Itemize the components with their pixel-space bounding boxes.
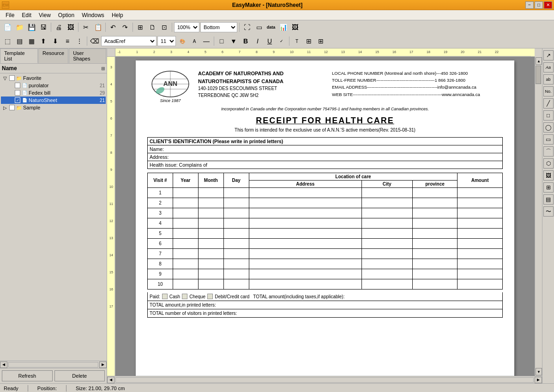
- rt-table-btn[interactable]: ▤: [543, 194, 554, 205]
- v-scrollbar[interactable]: ▲ ▼: [535, 57, 542, 376]
- receipt-table: Visit # Year Month Day Location of care …: [147, 173, 503, 289]
- cash-checkbox[interactable]: [162, 294, 168, 299]
- rt-no-btn[interactable]: No.: [543, 86, 554, 96]
- menu-file[interactable]: File: [2, 11, 18, 19]
- scroll-down-btn[interactable]: ▼: [536, 368, 542, 375]
- print-preview-button[interactable]: 🖼: [65, 22, 76, 33]
- tab-template-list[interactable]: Template List: [0, 48, 38, 63]
- save-button[interactable]: 💾: [26, 22, 37, 33]
- rt-ab-btn[interactable]: ab: [543, 74, 554, 84]
- underline-btn[interactable]: U: [264, 36, 275, 47]
- rt-image-btn[interactable]: 🖼: [543, 170, 554, 181]
- rt-line-btn[interactable]: ╱: [543, 98, 554, 109]
- rt-round-btn[interactable]: ◯: [543, 122, 554, 133]
- rt-arc-btn[interactable]: ⌒: [543, 146, 554, 157]
- position-select[interactable]: BottomTopLeftRight: [200, 22, 237, 32]
- refresh-button[interactable]: Refresh: [2, 370, 53, 381]
- data-button[interactable]: data: [265, 22, 277, 33]
- cheque-checkbox[interactable]: [182, 294, 187, 299]
- rt-rect-btn[interactable]: □: [543, 110, 554, 121]
- menu-view[interactable]: View: [35, 11, 54, 19]
- copy-button[interactable]: 📋: [92, 22, 103, 33]
- scroll-left-btn[interactable]: ◀: [0, 362, 7, 368]
- rt-arrow-btn[interactable]: ↗: [543, 50, 554, 60]
- special-btn[interactable]: ✓: [276, 36, 287, 47]
- template-button[interactable]: 🗋: [147, 22, 158, 33]
- toolbar-row-2: ⬚ ▤ ▦ ⬆ ⬇ ≡ ⋮ ⌫ AcadErefArialTimes New R…: [0, 34, 554, 48]
- checkbox-naturo[interactable]: ✓: [15, 97, 20, 103]
- bullet-btn[interactable]: ≡: [62, 36, 73, 47]
- snap-btn[interactable]: ⊞: [303, 36, 314, 47]
- border-btn[interactable]: □: [216, 36, 227, 47]
- menu-help[interactable]: Help: [108, 11, 127, 19]
- chart-button[interactable]: 📊: [277, 22, 289, 33]
- zoom-select[interactable]: 100%75%50%150%: [174, 22, 199, 32]
- cut-button[interactable]: ✂: [80, 22, 91, 33]
- rt-grid-btn[interactable]: ⊞: [543, 182, 554, 193]
- save-as-button[interactable]: 🖫: [38, 22, 49, 33]
- delete-button[interactable]: Delete: [54, 370, 105, 381]
- sep2: [78, 23, 78, 32]
- col-day: Day: [223, 173, 249, 188]
- minimize-button[interactable]: −: [525, 1, 534, 9]
- outdent-btn[interactable]: ⬇: [50, 36, 61, 47]
- new-button[interactable]: 📄: [2, 22, 13, 33]
- field-button[interactable]: ⊡: [159, 22, 170, 33]
- close-button[interactable]: ✕: [544, 1, 552, 9]
- fit-button[interactable]: ⛶: [241, 22, 253, 33]
- undo-button[interactable]: ↶: [108, 22, 119, 33]
- size-select[interactable]: 118101214: [157, 36, 176, 46]
- checkbox-purolator[interactable]: [15, 83, 20, 88]
- svg-text:12: 12: [109, 219, 113, 223]
- scroll-left-btn-bottom[interactable]: ◀: [107, 377, 114, 383]
- align-center-btn[interactable]: ▤: [14, 36, 25, 47]
- checkbox-sample[interactable]: [9, 105, 15, 110]
- v-scroll-thumb[interactable]: [536, 66, 541, 84]
- dash-btn[interactable]: —: [201, 36, 212, 47]
- checkbox-favorite[interactable]: [9, 75, 15, 81]
- scroll-right-btn[interactable]: ▶: [99, 362, 107, 368]
- grid-btn[interactable]: ⊞: [315, 36, 326, 47]
- tab-user-shapes[interactable]: User Shapes: [69, 48, 106, 63]
- color-picker-btn[interactable]: 🎨: [177, 36, 188, 47]
- tree-item-naturosheet[interactable]: ✓ 📄 NaturoSheet 21: [1, 96, 106, 104]
- h-scrollbar-bottom[interactable]: ◀ ▶: [107, 376, 542, 383]
- italic-btn[interactable]: I: [252, 36, 263, 47]
- tree-item-sample[interactable]: ▷ 📁 Sample: [1, 104, 106, 111]
- border-drop-btn[interactable]: ▼: [228, 36, 239, 47]
- insert-button[interactable]: ⊞: [135, 22, 146, 33]
- tab-resource[interactable]: Resource: [38, 48, 68, 63]
- align-left-btn[interactable]: ⬚: [2, 36, 13, 47]
- frame-button[interactable]: ▭: [253, 22, 265, 33]
- redo-button[interactable]: ↷: [120, 22, 131, 33]
- open-button[interactable]: 📁: [14, 22, 25, 33]
- debit-checkbox[interactable]: [207, 294, 213, 299]
- doc-scroll[interactable]: ANN Since 1987 ACADEMY OF NATUROPATHS AN…: [115, 57, 535, 376]
- highlight-btn[interactable]: A: [189, 36, 200, 47]
- tree-item-purolator[interactable]: 📄 purolator 21: [1, 82, 106, 89]
- sep6: [239, 23, 240, 32]
- numbered-btn[interactable]: ⋮: [74, 36, 85, 47]
- text-mode-btn[interactable]: T: [291, 36, 302, 47]
- print-button[interactable]: 🖨: [53, 22, 64, 33]
- align-right-btn[interactable]: ▦: [26, 36, 37, 47]
- checkbox-fedex[interactable]: [15, 90, 20, 96]
- rt-wavy-btn[interactable]: 〜: [543, 206, 554, 217]
- rt-poly-btn[interactable]: ⬡: [543, 158, 554, 169]
- menu-windows[interactable]: Windows: [78, 11, 108, 19]
- menu-edit[interactable]: Edit: [18, 11, 35, 19]
- bold-btn[interactable]: B: [240, 36, 251, 47]
- scroll-right-btn-bottom[interactable]: ▶: [535, 377, 542, 383]
- eraser-btn[interactable]: ⌫: [89, 36, 100, 47]
- indent-btn[interactable]: ⬆: [38, 36, 49, 47]
- maximize-button[interactable]: □: [535, 1, 543, 9]
- scroll-up-btn[interactable]: ▲: [536, 57, 542, 65]
- image-button[interactable]: 🖼: [289, 22, 301, 33]
- rt-rounded-rect-btn[interactable]: ▭: [543, 134, 554, 145]
- tree-item-favorite[interactable]: ▽ 📁 Favorite: [1, 74, 106, 82]
- tree-item-fedex[interactable]: 📄 Fedex bill 29: [1, 89, 106, 96]
- font-select[interactable]: AcadErefArialTimes New Roman: [101, 36, 157, 46]
- rt-text-btn[interactable]: Aa: [543, 62, 554, 72]
- h-scrollbar-panel[interactable]: ◀ ▶: [0, 361, 107, 368]
- menu-option[interactable]: Option: [54, 11, 78, 19]
